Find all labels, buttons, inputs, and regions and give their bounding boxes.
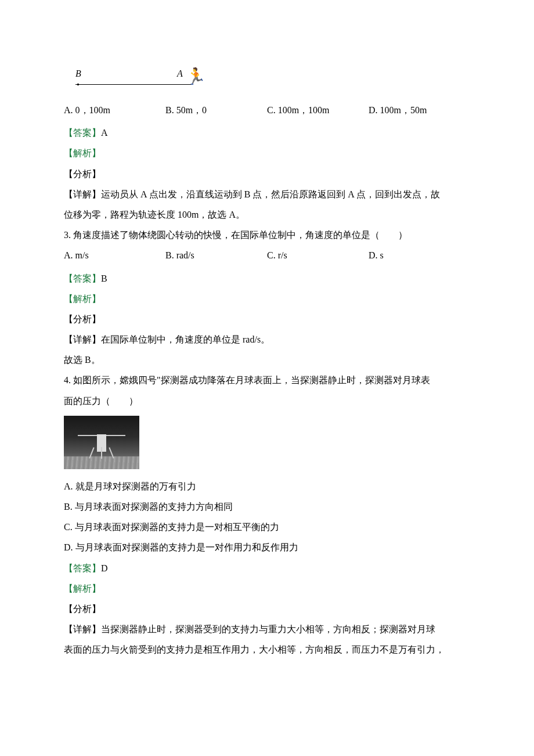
q4-figure	[64, 416, 139, 469]
answer-label: 【答案】	[64, 128, 101, 138]
q2-figure-label-a: A	[177, 63, 183, 84]
q4-analysis-label: 【分析】	[64, 599, 470, 619]
q3-answer: 【答案】B	[64, 268, 470, 289]
q4-solution-label: 【解析】	[64, 578, 470, 599]
q2-solution-label: 【解析】	[64, 143, 470, 163]
q2-analysis-label: 【分析】	[64, 164, 470, 184]
answer-label: 【答案】	[64, 563, 101, 573]
runner-icon: 🏃	[186, 69, 206, 85]
q3-solution-label: 【解析】	[64, 289, 470, 309]
q4-answer: 【答案】D	[64, 558, 470, 578]
q2-options: A. 0，100m B. 50m，0 C. 100m，100m D. 100m，…	[64, 100, 470, 120]
q2-detail: 【详解】运动员从 A 点出发，沿直线运动到 B 点，然后沿原路返回到 A 点，回…	[64, 184, 470, 204]
q3-answer-value: B	[101, 273, 107, 283]
q3-option-d: D. s	[369, 245, 470, 265]
detail-label: 【详解】	[64, 189, 101, 199]
q3-detail-text: 在国际单位制中，角速度的单位是 rad/s。	[101, 334, 270, 344]
q4-stem-1: 4. 如图所示，嫦娥四号"探测器成功降落在月球表面上，当探测器静止时，探测器对月…	[64, 370, 470, 390]
q4-detail-text-1: 当探测器静止时，探测器受到的支持力与重力大小相等，方向相反；探测器对月球	[101, 624, 435, 634]
detail-label: 【详解】	[64, 624, 101, 634]
q2-figure-label-b: B	[75, 63, 81, 84]
detail-label: 【详解】	[64, 334, 101, 344]
q2-option-c: C. 100m，100m	[267, 100, 369, 120]
q3-analysis-label: 【分析】	[64, 309, 470, 329]
q3-option-a: A. m/s	[64, 245, 165, 265]
q2-detail-text-1: 运动员从 A 点出发，沿直线运动到 B 点，然后沿原路返回到 A 点，回到出发点…	[101, 189, 440, 199]
q2-detail-text-2: 位移为零，路程为轨迹长度 100m，故选 A。	[64, 204, 470, 225]
q2-answer: 【答案】A	[64, 123, 470, 143]
q4-option-c: C. 与月球表面对探测器的支持力是一对相互平衡的力	[64, 517, 470, 537]
q4-option-b: B. 与月球表面对探测器的支持力方向相同	[64, 496, 470, 517]
q2-figure: B A 🏃	[75, 64, 203, 88]
q2-option-b: B. 50m，0	[165, 100, 267, 120]
q4-stem-2: 面的压力（ ）	[64, 391, 470, 411]
q3-option-b: B. rad/s	[165, 245, 267, 265]
lander-icon	[89, 427, 114, 459]
q4-answer-value: D	[101, 563, 108, 573]
q3-stem: 3. 角速度描述了物体绕圆心转动的快慢，在国际单位制中，角速度的单位是（ ）	[64, 225, 470, 245]
q2-answer-value: A	[101, 128, 108, 138]
page: B A 🏃 A. 0，100m B. 50m，0 C. 100m，100m D.…	[0, 0, 534, 756]
q2-figure-line	[75, 84, 192, 85]
q2-option-a: A. 0，100m	[64, 100, 165, 120]
q4-option-d: D. 与月球表面对探测器的支持力是一对作用力和反作用力	[64, 537, 470, 557]
q3-options: A. m/s B. rad/s C. r/s D. s	[64, 245, 470, 265]
q4-option-a: A. 就是月球对探测器的万有引力	[64, 476, 470, 496]
q4-detail-text-2: 表面的压力与火箭受到的支持力是相互作用力，大小相等，方向相反，而压力不是万有引力…	[64, 639, 470, 660]
q2-option-d: D. 100m，50m	[369, 100, 470, 120]
q3-detail: 【详解】在国际单位制中，角速度的单位是 rad/s。	[64, 329, 470, 350]
q4-detail: 【详解】当探测器静止时，探测器受到的支持力与重力大小相等，方向相反；探测器对月球	[64, 619, 470, 639]
answer-label: 【答案】	[64, 273, 101, 283]
q3-select: 故选 B。	[64, 350, 470, 370]
q3-option-c: C. r/s	[267, 245, 369, 265]
